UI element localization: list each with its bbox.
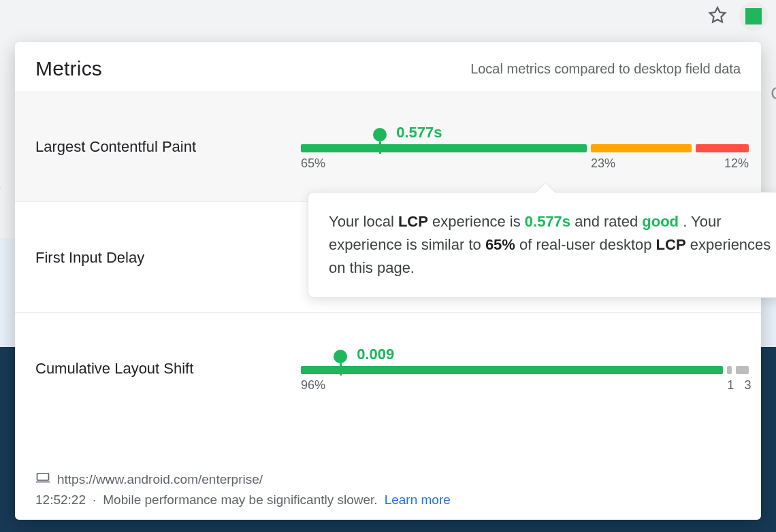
footer-time: 12:52:22 <box>35 493 86 508</box>
metric-name: Cumulative Layout Shift <box>35 360 301 378</box>
segment-good <box>301 366 723 374</box>
segment-bad <box>696 144 749 152</box>
profile-avatar[interactable] <box>739 2 768 31</box>
tooltip-text: Your local <box>329 213 398 230</box>
tooltip-abbr-lcp: LCP <box>656 236 686 253</box>
tooltip-text: and rated <box>575 213 642 230</box>
tooltip-similar-pct: 65% <box>485 236 515 253</box>
tooltip-text: of real-user desktop <box>519 236 656 253</box>
svg-rect-0 <box>37 473 49 480</box>
segment-warn <box>591 144 692 152</box>
distribution: 0.00996%13 <box>301 346 741 393</box>
segment-label: 12% <box>696 156 749 171</box>
bookmark-star-icon[interactable] <box>708 5 727 27</box>
segment-label: 1 <box>727 378 734 393</box>
footer-separator: · <box>93 493 96 508</box>
tooltip-abbr-lcp: LCP <box>398 213 428 230</box>
tooltip-value: 0.577s <box>525 213 570 230</box>
metric-row[interactable]: Largest Contentful Paint0.577s65%23%12% <box>15 91 761 202</box>
panel-header: Metrics Local metrics compared to deskto… <box>15 42 761 91</box>
segment-labels: 96%13 <box>301 378 741 393</box>
panel-subtitle: Local metrics compared to desktop field … <box>470 61 741 77</box>
segment-label: 23% <box>591 156 692 171</box>
cropped-glyph-right: C <box>771 83 776 104</box>
browser-toolbar <box>0 0 776 33</box>
laptop-icon <box>35 472 50 487</box>
footer-url: https://www.android.com/enterprise/ <box>57 472 263 487</box>
tooltip-rating: good <box>642 213 679 230</box>
segment-label: 3 <box>738 378 751 393</box>
metric-value: 0.009 <box>357 346 394 363</box>
segment-mute <box>736 366 749 374</box>
learn-more-link[interactable]: Learn more <box>385 493 451 508</box>
metric-name: First Input Delay <box>35 249 301 267</box>
segment-label: 96% <box>301 378 723 393</box>
panel-title: Metrics <box>35 57 102 80</box>
panel-footer: https://www.android.com/enterprise/ 12:5… <box>15 465 761 514</box>
tooltip-text: experience is <box>432 213 525 230</box>
cropped-glyph-left: e <box>0 177 1 198</box>
distribution-bar: 0.577s <box>301 144 741 152</box>
metric-name: Largest Contentful Paint <box>35 138 301 156</box>
metric-row[interactable]: Cumulative Layout Shift0.00996%13 <box>15 313 761 423</box>
segment-mute <box>727 366 731 374</box>
web-vitals-panel: Metrics Local metrics compared to deskto… <box>15 42 761 520</box>
distribution-bar: 0.009 <box>301 366 741 374</box>
segment-labels: 65%23%12% <box>301 156 741 171</box>
segment-label: 65% <box>301 156 587 171</box>
footer-warning: Mobile performance may be significantly … <box>103 493 377 508</box>
segment-good <box>301 144 587 152</box>
distribution: 0.577s65%23%12% <box>301 124 741 171</box>
metric-tooltip: Your local LCP experience is 0.577s and … <box>308 192 776 298</box>
metric-value: 0.577s <box>396 124 442 142</box>
